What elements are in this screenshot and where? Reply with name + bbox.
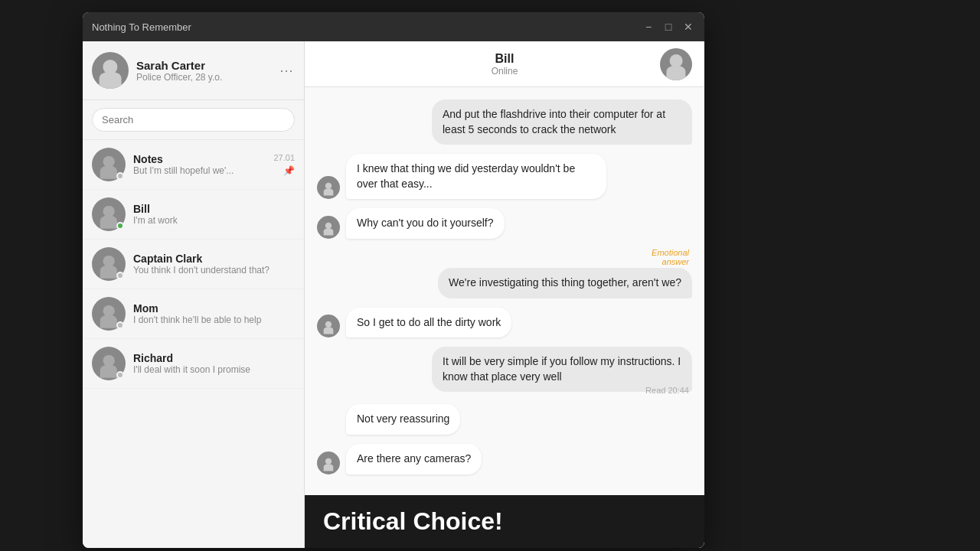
- offline-dot-notes: [116, 172, 124, 180]
- message-bubble-8: Are there any cameras?: [346, 444, 482, 474]
- contact-preview-clark: You think I don't understand that?: [133, 265, 287, 276]
- title-bar: Nothing To Remember − □ ✕: [83, 12, 704, 41]
- message-row-2: I knew that thing we did yesterday would…: [317, 154, 692, 199]
- chat-header-center: Bill Online: [349, 52, 660, 77]
- offline-dot-mom: [116, 321, 124, 329]
- message-row-4: Emotionalanswer We're investigating this…: [317, 248, 692, 298]
- message-bubble-1: And put the flashdrive into their comput…: [432, 99, 692, 145]
- app-window: Nothing To Remember − □ ✕ Sarah Carter P…: [83, 12, 704, 548]
- critical-choice-text: Critical Choice!: [323, 507, 503, 535]
- contact-preview-mom: I don't think he'll be able to help: [133, 315, 287, 325]
- message-row-3: Why can't you do it yourself?: [317, 208, 692, 239]
- search-input[interactable]: [92, 108, 295, 132]
- contact-name-notes: Notes: [133, 153, 266, 165]
- contact-info-bill: Bill I'm at work: [133, 203, 287, 226]
- contact-avatar-wrap-clark: [92, 247, 126, 281]
- offline-dot-richard: [116, 371, 124, 379]
- contact-item-captain-clark[interactable]: Captain Clark You think I don't understa…: [83, 240, 304, 289]
- message-row-8: Are there any cameras?: [317, 444, 692, 474]
- profile-name: Sarah Carter: [136, 59, 272, 72]
- profile-header: Sarah Carter Police Officer, 28 y.o. ⋯: [83, 41, 304, 100]
- contact-item-notes[interactable]: Notes But I'm still hopeful we'... 27.01…: [83, 140, 304, 190]
- chat-header: Bill Online: [305, 41, 704, 87]
- contact-name-bill: Bill: [133, 203, 287, 215]
- contact-item-mom[interactable]: Mom I don't think he'll be able to help: [83, 289, 304, 339]
- user-avatar: [92, 52, 129, 89]
- chat-area: Bill Online And put the flashdrive into …: [305, 41, 704, 548]
- contact-name-richard: Richard: [133, 352, 287, 364]
- emotional-label-4: Emotionalanswer: [652, 248, 689, 266]
- message-bubble-5: So I get to do all the dirty work: [346, 308, 511, 338]
- offline-dot-clark: [116, 272, 124, 279]
- pin-icon-notes: 📌: [283, 165, 295, 176]
- msg-avatar-8: [317, 452, 340, 474]
- app-body: Sarah Carter Police Officer, 28 y.o. ⋯: [83, 41, 704, 548]
- chat-contact-status: Online: [492, 66, 518, 77]
- close-button[interactable]: ✕: [681, 20, 695, 34]
- chat-contact-name: Bill: [495, 52, 514, 66]
- contact-preview-bill: I'm at work: [133, 215, 287, 226]
- contact-name-clark: Captain Clark: [133, 253, 287, 265]
- message-row-1: And put the flashdrive into their comput…: [317, 99, 692, 145]
- contact-meta-notes: 27.01 📌: [273, 153, 295, 176]
- chat-header-avatar: [660, 48, 692, 80]
- sidebar: Sarah Carter Police Officer, 28 y.o. ⋯: [83, 41, 305, 548]
- search-wrapper: [83, 100, 304, 140]
- contact-item-bill[interactable]: Bill I'm at work: [83, 190, 304, 240]
- message-group-4: Emotionalanswer We're investigating this…: [438, 248, 692, 298]
- msg-avatar-2: [317, 176, 340, 199]
- contact-preview-richard: I'll deal with it soon I promise: [133, 364, 287, 375]
- contact-avatar-wrap-mom: [92, 297, 126, 331]
- contact-time-notes: 27.01: [273, 153, 295, 162]
- message-row-5: So I get to do all the dirty work: [317, 308, 692, 338]
- msg-avatar-5: [317, 315, 340, 337]
- contact-avatar-wrap-bill: [92, 197, 126, 231]
- message-group-6: It will be very simple if you follow my …: [317, 347, 692, 395]
- online-dot-bill: [116, 222, 124, 230]
- contact-preview-notes: But I'm still hopeful we'...: [133, 165, 266, 176]
- message-row-7: Not very reassuring: [317, 404, 692, 435]
- contact-avatar-wrap-notes: [92, 148, 126, 181]
- message-bubble-2: I knew that thing we did yesterday would…: [346, 154, 606, 199]
- contact-list: Notes But I'm still hopeful we'... 27.01…: [83, 140, 304, 548]
- maximize-button[interactable]: □: [662, 20, 675, 34]
- more-options-button[interactable]: ⋯: [279, 62, 295, 79]
- profile-info: Sarah Carter Police Officer, 28 y.o.: [136, 59, 272, 83]
- contact-info-mom: Mom I don't think he'll be able to help: [133, 302, 287, 325]
- contact-info-clark: Captain Clark You think I don't understa…: [133, 253, 287, 276]
- window-controls: − □ ✕: [642, 20, 695, 34]
- messages-container: And put the flashdrive into their comput…: [305, 87, 704, 495]
- critical-choice-bar: Critical Choice!: [305, 495, 704, 548]
- contact-item-richard[interactable]: Richard I'll deal with it soon I promise: [83, 339, 304, 389]
- contact-name-mom: Mom: [133, 302, 287, 315]
- message-bubble-7: Not very reassuring: [346, 404, 460, 435]
- minimize-button[interactable]: −: [642, 20, 655, 34]
- message-bubble-4: We're investigating this thing together,…: [438, 268, 692, 298]
- contact-avatar-wrap-richard: [92, 347, 126, 380]
- window-title: Nothing To Remember: [92, 21, 191, 33]
- msg-avatar-3: [317, 216, 340, 239]
- contact-info-richard: Richard I'll deal with it soon I promise: [133, 352, 287, 375]
- message-bubble-3: Why can't you do it yourself?: [346, 208, 505, 239]
- contact-info-notes: Notes But I'm still hopeful we'...: [133, 153, 266, 176]
- profile-description: Police Officer, 28 y.o.: [136, 72, 272, 83]
